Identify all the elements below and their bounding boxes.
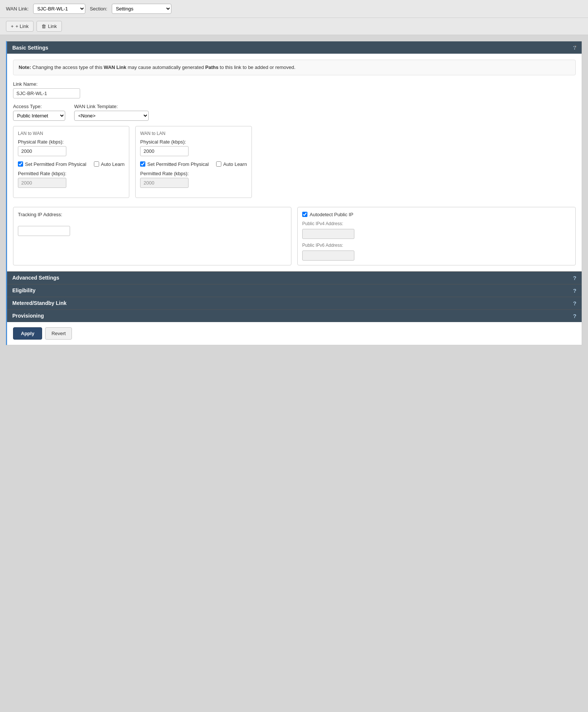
metered-standby-title: Metered/Standby Link bbox=[12, 300, 66, 306]
section-label: Section: bbox=[90, 6, 107, 12]
lan-permitted-rate-input[interactable] bbox=[18, 178, 66, 188]
lan-auto-learn-checkbox-label[interactable]: Auto Learn bbox=[94, 161, 125, 167]
access-type-label: Access Type: bbox=[13, 104, 65, 109]
main-content: ? Basic Settings ? Note: Changing the ac… bbox=[0, 35, 588, 351]
wan-permitted-rate-label: Permitted Rate (kbps): bbox=[140, 171, 247, 176]
wan-auto-learn-checkbox[interactable] bbox=[216, 161, 221, 167]
access-template-row: Access Type: Public Internet Private WAN… bbox=[13, 104, 576, 121]
lan-physical-rate-row: Physical Rate (kbps): bbox=[18, 139, 124, 156]
section-select[interactable]: Settings Statistics Diagnostics bbox=[112, 4, 171, 14]
autodetect-row: Autodetect Public IP bbox=[302, 212, 571, 217]
eligibility-title: Eligibility bbox=[12, 287, 35, 293]
wan-to-lan-legend: WAN to LAN bbox=[140, 131, 247, 136]
lan-to-wan-legend: LAN to WAN bbox=[18, 131, 124, 136]
autodetect-label[interactable]: Autodetect Public IP bbox=[310, 212, 353, 217]
add-link-label: + Link bbox=[16, 23, 29, 29]
basic-settings-title: Basic Settings bbox=[12, 45, 48, 51]
eligibility-header[interactable]: Eligibility ? bbox=[7, 284, 582, 297]
wan-permitted-rate-input[interactable] bbox=[140, 178, 189, 188]
metered-standby-header[interactable]: Metered/Standby Link ? bbox=[7, 297, 582, 309]
public-ipv6-label: Public IPv6 Address: bbox=[302, 243, 571, 248]
provisioning-help[interactable]: ? bbox=[573, 313, 576, 319]
link-name-label: Link Name: bbox=[13, 81, 576, 87]
delete-link-button[interactable]: 🗑 Link bbox=[37, 21, 62, 32]
top-bar: WAN Link: SJC-BR-WL-1 Section: Settings … bbox=[0, 0, 588, 18]
bottom-actions: Apply Revert bbox=[7, 322, 582, 345]
wan-template-label: WAN Link Template: bbox=[74, 104, 149, 109]
lan-physical-rate-label: Physical Rate (kbps): bbox=[18, 139, 124, 145]
access-type-col: Access Type: Public Internet Private WAN… bbox=[13, 104, 65, 121]
lan-auto-learn-checkbox[interactable] bbox=[94, 161, 99, 167]
lan-permitted-rate-label: Permitted Rate (kbps): bbox=[18, 171, 124, 176]
wan-auto-learn-label: Auto Learn bbox=[223, 161, 247, 167]
delete-link-label: Link bbox=[48, 23, 57, 29]
autodetect-section: Autodetect Public IP Public IPv4 Address… bbox=[297, 207, 576, 265]
wan-physical-rate-input[interactable] bbox=[140, 146, 189, 156]
eligibility-help[interactable]: ? bbox=[573, 287, 576, 294]
wan-template-select[interactable]: <None> bbox=[74, 111, 149, 121]
trash-icon: 🗑 bbox=[41, 23, 46, 29]
lan-permitted-rate-row: Permitted Rate (kbps): bbox=[18, 171, 124, 188]
lan-set-permitted-label: Set Permitted From Physical bbox=[25, 161, 86, 167]
main-panel: ? Basic Settings ? Note: Changing the ac… bbox=[6, 41, 582, 345]
basic-settings-body: Note: Changing the access type of this W… bbox=[7, 54, 582, 271]
toolbar: + + Link 🗑 Link bbox=[0, 18, 588, 35]
wan-link-label: WAN Link: bbox=[6, 6, 29, 12]
public-ipv6-input[interactable] bbox=[302, 251, 354, 261]
advanced-settings-section: Advanced Settings ? bbox=[7, 271, 582, 284]
tracking-autodetect-row: Tracking IP Address: Autodetect Public I… bbox=[13, 207, 576, 265]
eligibility-section: Eligibility ? bbox=[7, 284, 582, 297]
lan-set-permitted-checkbox-label[interactable]: Set Permitted From Physical bbox=[18, 161, 86, 167]
wan-link-select[interactable]: SJC-BR-WL-1 bbox=[33, 4, 85, 14]
access-type-select[interactable]: Public Internet Private WAN Direct Inter… bbox=[13, 111, 65, 121]
wan-checkbox-row: Set Permitted From Physical Auto Learn bbox=[140, 161, 247, 167]
wan-physical-rate-label: Physical Rate (kbps): bbox=[140, 139, 247, 145]
lan-set-permitted-checkbox[interactable] bbox=[18, 161, 23, 167]
plus-icon: + bbox=[11, 23, 14, 29]
tracking-ip-label: Tracking IP Address: bbox=[18, 212, 287, 217]
wan-permitted-rate-row: Permitted Rate (kbps): bbox=[140, 171, 247, 188]
provisioning-header[interactable]: Provisioning ? bbox=[7, 310, 582, 322]
revert-button[interactable]: Revert bbox=[45, 327, 72, 340]
metered-standby-section: Metered/Standby Link ? bbox=[7, 297, 582, 309]
top-help-icon[interactable]: ? bbox=[573, 44, 577, 51]
link-name-row: Link Name: bbox=[13, 81, 576, 98]
wan-to-lan-fieldset: WAN to LAN Physical Rate (kbps): Set Per… bbox=[135, 126, 252, 198]
autodetect-checkbox[interactable] bbox=[302, 212, 307, 217]
provisioning-section: Provisioning ? bbox=[7, 309, 582, 322]
wan-template-col: WAN Link Template: <None> bbox=[74, 104, 149, 121]
tracking-ip-section: Tracking IP Address: bbox=[13, 207, 291, 265]
provisioning-title: Provisioning bbox=[12, 313, 44, 319]
wan-set-permitted-checkbox[interactable] bbox=[140, 161, 145, 167]
lan-checkbox-row: Set Permitted From Physical Auto Learn bbox=[18, 161, 124, 167]
wan-physical-rate-row: Physical Rate (kbps): bbox=[140, 139, 247, 156]
apply-button[interactable]: Apply bbox=[13, 327, 42, 340]
advanced-settings-header[interactable]: Advanced Settings ? bbox=[7, 272, 582, 284]
link-name-input[interactable] bbox=[13, 88, 80, 98]
metered-standby-help[interactable]: ? bbox=[573, 300, 576, 306]
advanced-settings-help[interactable]: ? bbox=[573, 275, 576, 281]
tracking-ip-input[interactable] bbox=[18, 226, 70, 236]
note-text: Note: Changing the access type of this W… bbox=[19, 64, 295, 70]
lan-physical-rate-input[interactable] bbox=[18, 146, 66, 156]
advanced-settings-title: Advanced Settings bbox=[12, 275, 59, 281]
public-ipv4-input[interactable] bbox=[302, 229, 354, 239]
wan-auto-learn-checkbox-label[interactable]: Auto Learn bbox=[216, 161, 247, 167]
public-ipv4-label: Public IPv4 Address: bbox=[302, 221, 571, 226]
lan-auto-learn-label: Auto Learn bbox=[101, 161, 125, 167]
basic-settings-header[interactable]: Basic Settings ? bbox=[7, 41, 582, 54]
wan-set-permitted-label: Set Permitted From Physical bbox=[147, 161, 209, 167]
wan-set-permitted-checkbox-label[interactable]: Set Permitted From Physical bbox=[140, 161, 209, 167]
rate-sections: LAN to WAN Physical Rate (kbps): Set Per… bbox=[13, 126, 576, 202]
add-link-button[interactable]: + + Link bbox=[6, 21, 34, 32]
note-box: Note: Changing the access type of this W… bbox=[13, 60, 576, 75]
lan-to-wan-fieldset: LAN to WAN Physical Rate (kbps): Set Per… bbox=[13, 126, 129, 198]
basic-settings-section: Basic Settings ? Note: Changing the acce… bbox=[7, 41, 582, 271]
